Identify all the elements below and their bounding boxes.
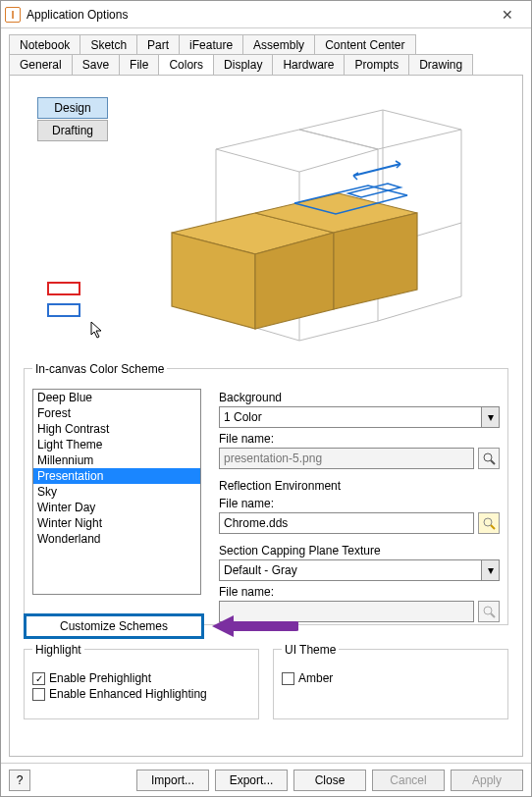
options-dialog: I Application Options ✕ NotebookSketchPa… [0, 0, 532, 797]
close-button[interactable]: ✕ [488, 7, 527, 23]
scheme-legend: In-canvas Color Scheme [32, 362, 167, 376]
refl-file-label: File name: [219, 497, 500, 510]
tab-display[interactable]: Display [213, 54, 273, 75]
refl-file-input[interactable]: Chrome.dds [219, 512, 474, 534]
bg-file-label: File name: [219, 432, 500, 446]
uitheme-legend: UI Theme [282, 643, 339, 657]
tab-content-colors: Design Drafting [9, 75, 523, 757]
svg-point-1 [484, 518, 492, 526]
uitheme-fieldset: UI Theme Amber [273, 649, 508, 719]
tab-colors[interactable]: Colors [158, 54, 214, 75]
scheme-item-presentation[interactable]: Presentation [33, 468, 200, 484]
scheme-item-wonderland[interactable]: Wonderland [33, 531, 200, 547]
enhanced-highlight-checkbox[interactable]: Enable Enhanced Highlighting [32, 687, 250, 701]
apply-button[interactable]: Apply [451, 770, 523, 791]
highlight-fieldset: Highlight ✓ Enable Prehighlight Enable E… [24, 649, 259, 719]
section-label: Section Capping Plane Texture [219, 544, 500, 558]
browse-icon [482, 516, 496, 530]
chevron-down-icon[interactable]: ▾ [482, 559, 500, 581]
section-browse-button[interactable] [478, 601, 500, 622]
window-title: Application Options [27, 8, 488, 22]
tab-file[interactable]: File [119, 54, 159, 75]
browse-icon [482, 605, 496, 618]
amber-checkbox[interactable]: Amber [282, 671, 500, 685]
blue-swatch[interactable] [47, 303, 80, 317]
browse-icon [482, 452, 496, 465]
highlight-legend: Highlight [32, 643, 84, 657]
scheme-item-winter-night[interactable]: Winter Night [33, 515, 200, 531]
tab-container: NotebookSketchPartiFeatureAssemblyConten… [1, 28, 531, 76]
tab-general[interactable]: General [9, 54, 73, 75]
tab-notebook[interactable]: Notebook [9, 34, 80, 55]
scheme-item-light-theme[interactable]: Light Theme [33, 437, 200, 452]
tab-hardware[interactable]: Hardware [272, 54, 345, 75]
scheme-fieldset: In-canvas Color Scheme Deep BlueForestHi… [24, 368, 508, 625]
cursor-icon [90, 321, 106, 343]
reflection-label: Reflection Environment [219, 479, 500, 493]
tab-part[interactable]: Part [136, 34, 180, 55]
export-button[interactable]: Export... [215, 770, 288, 791]
customize-schemes-button[interactable]: Customize Schemes [24, 613, 204, 639]
scheme-listbox[interactable]: Deep BlueForestHigh ContrastLight ThemeM… [32, 389, 201, 595]
chevron-down-icon[interactable]: ▾ [482, 406, 500, 428]
scheme-item-high-contrast[interactable]: High Contrast [33, 421, 200, 437]
mode-toggle: Design Drafting [37, 97, 108, 142]
prehighlight-checkbox[interactable]: ✓ Enable Prehighlight [32, 671, 250, 685]
tab-prompts[interactable]: Prompts [344, 54, 409, 75]
tab-ifeature[interactable]: iFeature [179, 34, 243, 55]
section-file-label: File name: [219, 585, 500, 599]
cancel-button[interactable]: Cancel [372, 770, 445, 791]
section-combo[interactable]: Default - Gray ▾ [219, 559, 500, 581]
refl-browse-button[interactable] [478, 512, 500, 534]
svg-point-2 [484, 607, 492, 614]
annotation-arrow-icon [210, 613, 298, 639]
app-icon: I [5, 7, 21, 23]
scheme-item-sky[interactable]: Sky [33, 484, 200, 500]
preview-3d [147, 95, 510, 350]
drafting-mode-button[interactable]: Drafting [37, 120, 108, 141]
background-combo[interactable]: 1 Color ▾ [219, 406, 500, 428]
titlebar: I Application Options ✕ [1, 1, 531, 28]
tab-drawing[interactable]: Drawing [408, 54, 473, 75]
color-swatches [47, 282, 80, 325]
scheme-item-deep-blue[interactable]: Deep Blue [33, 390, 200, 405]
import-button[interactable]: Import... [136, 770, 209, 791]
scheme-item-winter-day[interactable]: Winter Day [33, 500, 200, 515]
scheme-item-millennium[interactable]: Millennium [33, 452, 200, 468]
svg-point-0 [484, 453, 492, 461]
red-swatch[interactable] [47, 282, 80, 295]
tab-save[interactable]: Save [72, 54, 120, 75]
dialog-button-bar: ? Import... Export... Close Cancel Apply [1, 763, 531, 796]
scheme-item-forest[interactable]: Forest [33, 405, 200, 421]
bg-browse-button[interactable] [478, 448, 500, 469]
design-mode-button[interactable]: Design [37, 97, 108, 119]
tab-assembly[interactable]: Assembly [242, 34, 315, 55]
help-button[interactable]: ? [9, 770, 30, 791]
background-label: Background [219, 391, 500, 404]
bg-file-input[interactable]: presentation-5.png [219, 448, 474, 469]
close-button[interactable]: Close [293, 770, 366, 791]
tab-sketch[interactable]: Sketch [80, 34, 137, 55]
tab-content-center[interactable]: Content Center [314, 34, 415, 55]
